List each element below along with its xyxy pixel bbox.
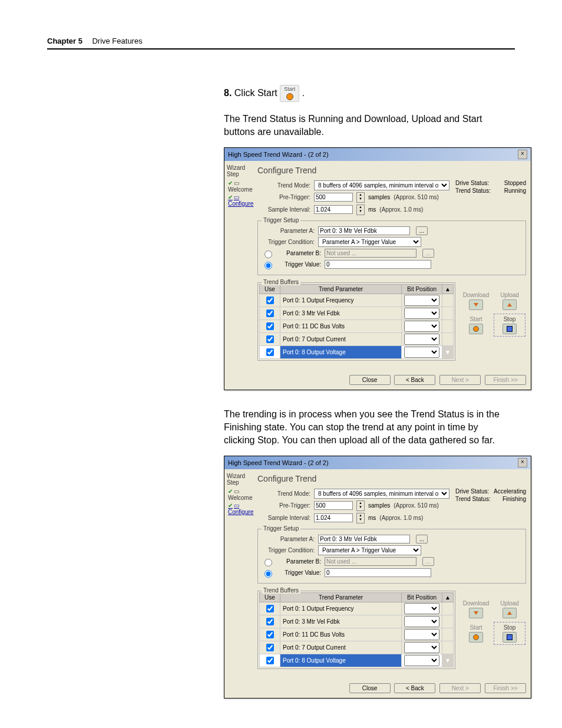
stop-button[interactable]: Stop <box>495 623 524 644</box>
pre-trigger-spinner[interactable]: ▲▼ <box>356 500 365 511</box>
use-checkbox[interactable] <box>266 644 274 651</box>
bitpos-select[interactable] <box>404 308 439 319</box>
trigger-value-input[interactable] <box>325 568 431 577</box>
drive-status-label: Drive Status: <box>455 180 489 186</box>
sample-interval-spinner[interactable]: ▲▼ <box>356 513 365 523</box>
trend-status-label: Trend Status: <box>455 496 491 502</box>
use-checkbox[interactable] <box>266 618 274 625</box>
upload-button: Upload <box>495 291 524 311</box>
condition-label: Trigger Condition: <box>262 547 315 554</box>
sample-interval-label: Sample Interval: <box>257 515 310 521</box>
start-button: Start <box>461 623 491 644</box>
pre-trigger-input[interactable] <box>314 501 353 510</box>
wizard-step-configure[interactable]: ✔▭ Configure <box>227 194 255 207</box>
condition-label: Trigger Condition: <box>262 239 315 245</box>
dialog-titlebar: High Speed Trend Wizard - (2 of 2) × <box>224 456 531 469</box>
back-button[interactable]: < Back <box>394 375 435 385</box>
pre-trigger-input[interactable] <box>314 193 353 202</box>
param-a-browse-button[interactable]: ... <box>416 535 428 543</box>
wizard-step-welcome[interactable]: ✔▭ Welcome <box>227 488 255 501</box>
bitpos-select[interactable] <box>404 295 439 306</box>
use-checkbox[interactable] <box>266 335 274 343</box>
table-row: Port 0: 1 Output Frequency <box>260 602 454 615</box>
wizard-heading: Wizard Step <box>227 473 255 486</box>
trigger-value-radio[interactable] <box>265 570 272 578</box>
use-checkbox[interactable] <box>266 297 274 304</box>
trend-status-value: Running <box>504 187 526 194</box>
trend-mode-select[interactable]: 8 buffers of 4096 samples, minimum inter… <box>314 489 449 499</box>
stop-button[interactable]: Stop <box>495 315 524 335</box>
trigger-setup-fieldset: Trigger Setup Parameter A: ... Trigger C… <box>257 220 526 275</box>
param-b-label: Parameter B: <box>277 250 321 256</box>
samples-unit: samples <box>368 194 390 200</box>
wizard-step-configure[interactable]: ✔▭ Configure <box>227 502 255 515</box>
col-scroll-up[interactable]: ▲ <box>442 284 454 294</box>
close-icon[interactable]: × <box>518 458 527 467</box>
bitpos-select[interactable] <box>404 642 439 653</box>
close-button[interactable]: Close <box>349 375 391 385</box>
table-row: Port 0: 8 Output Voltage▼ <box>260 345 454 358</box>
paragraph-1: The Trend Status is Running and Download… <box>224 113 503 139</box>
col-scroll-down[interactable]: ▼ <box>442 654 454 667</box>
param-a-input[interactable] <box>318 535 410 543</box>
finish-button: Finish >> <box>485 375 526 385</box>
pre-trigger-approx: (Approx. 510 ms) <box>394 194 439 200</box>
sample-interval-input[interactable] <box>314 513 353 522</box>
param-b-input <box>325 249 416 258</box>
table-row: Port 0: 8 Output Voltage▼ <box>260 654 454 667</box>
param-a-browse-button[interactable]: ... <box>416 226 428 235</box>
dialog-title: High Speed Trend Wizard - (2 of 2) <box>228 151 329 158</box>
use-checkbox[interactable] <box>266 322 274 330</box>
upload-button: Upload <box>495 599 524 620</box>
bitpos-select[interactable] <box>404 616 439 627</box>
back-button[interactable]: < Back <box>394 683 435 693</box>
finish-button: Finish >> <box>485 683 526 693</box>
trend-wizard-dialog-2: High Speed Trend Wizard - (2 of 2) × Wiz… <box>224 456 531 699</box>
ms-unit: ms <box>368 515 376 521</box>
col-scroll-down[interactable]: ▼ <box>442 345 454 358</box>
use-checkbox[interactable] <box>266 657 274 664</box>
col-scroll-up[interactable]: ▲ <box>442 592 454 602</box>
use-checkbox[interactable] <box>266 348 274 356</box>
trend-status-value: Finishing <box>503 496 526 502</box>
use-checkbox[interactable] <box>266 309 274 317</box>
sample-interval-approx: (Approx. 1.0 ms) <box>379 515 423 521</box>
sample-interval-spinner[interactable]: ▲▼ <box>356 205 365 215</box>
page-header: Chapter 5 Drive Features <box>47 35 515 50</box>
dialog-titlebar: High Speed Trend Wizard - (2 of 2) × <box>224 148 531 161</box>
trend-buffers-table: Use Trend Parameter Bit Position ▲ Port … <box>259 284 454 359</box>
use-checkbox[interactable] <box>266 631 274 638</box>
trigger-value-input[interactable] <box>325 260 431 269</box>
bitpos-select[interactable] <box>404 321 439 332</box>
trigger-value-label: Trigger Value: <box>277 261 321 268</box>
bitpos-select[interactable] <box>404 655 439 666</box>
table-row: Port 0: 1 Output Frequency <box>260 294 454 307</box>
pre-trigger-spinner[interactable]: ▲▼ <box>356 192 365 203</box>
param-b-browse-button: ... <box>422 249 434 258</box>
bitpos-select[interactable] <box>404 347 439 358</box>
close-button[interactable]: Close <box>349 683 391 693</box>
sample-interval-input[interactable] <box>314 205 353 214</box>
condition-select[interactable]: Parameter A > Trigger Value <box>318 545 421 555</box>
use-checkbox[interactable] <box>266 605 274 612</box>
panel-title: Configure Trend <box>257 166 526 175</box>
bitpos-select[interactable] <box>404 629 439 640</box>
close-icon[interactable]: × <box>518 150 527 159</box>
wizard-step-welcome[interactable]: ✔▭ Welcome <box>227 180 255 193</box>
step-instruction: 8. Click Start Start . <box>224 85 503 102</box>
trend-mode-select[interactable]: 8 buffers of 4096 samples, minimum inter… <box>314 180 449 190</box>
param-a-input[interactable] <box>318 226 410 235</box>
bitpos-select[interactable] <box>404 603 439 614</box>
samples-unit: samples <box>368 502 390 509</box>
panel-title: Configure Trend <box>257 474 526 483</box>
dialog-title: High Speed Trend Wizard - (2 of 2) <box>228 459 329 466</box>
param-b-radio[interactable] <box>265 559 272 566</box>
pre-trigger-approx: (Approx. 510 ms) <box>394 502 439 509</box>
trend-wizard-dialog-1: High Speed Trend Wizard - (2 of 2) × Wiz… <box>224 147 531 390</box>
condition-select[interactable]: Parameter A > Trigger Value <box>318 237 421 247</box>
param-b-radio[interactable] <box>265 251 272 258</box>
param-a-label: Parameter A: <box>262 536 315 542</box>
trigger-value-radio[interactable] <box>265 262 272 269</box>
table-row: Port 0: 11 DC Bus Volts <box>260 319 454 332</box>
bitpos-select[interactable] <box>404 334 439 345</box>
